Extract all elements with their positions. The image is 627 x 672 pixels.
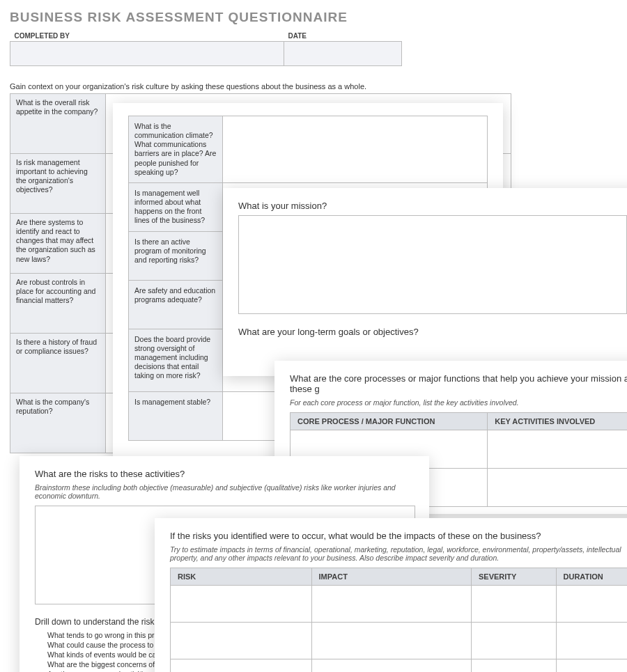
question-cell: Is management well informed about what h…: [129, 182, 223, 231]
question-cell: Is management stable?: [129, 391, 223, 440]
date-field[interactable]: [284, 42, 402, 66]
sheet-impacts: If the risks you identified were to occu…: [155, 518, 627, 672]
impact-cell[interactable]: [171, 623, 312, 659]
sheet-mission-goals: What is your mission? What are your long…: [223, 188, 627, 376]
impact-cell[interactable]: [171, 586, 312, 623]
question-cell: Is risk management important to achievin…: [10, 154, 106, 214]
core-subtitle: For each core process or major function,…: [290, 398, 627, 407]
impacts-subtitle: Try to estimate impacts in terms of fina…: [170, 545, 627, 562]
completed-by-field[interactable]: [10, 42, 284, 66]
impact-cell[interactable]: [556, 586, 627, 623]
mission-field[interactable]: [238, 215, 627, 314]
risks-title: What are the risks to these activities?: [35, 469, 414, 479]
core-cell[interactable]: [488, 469, 627, 507]
impact-cell[interactable]: [556, 659, 627, 673]
mission-title: What is your mission?: [238, 201, 626, 211]
core-header-1: CORE PROCESS / MAJOR FUNCTION: [291, 413, 488, 430]
impact-header-impact: IMPACT: [311, 568, 472, 586]
question-cell: What is the communication climate? What …: [129, 116, 223, 183]
impact-cell[interactable]: [556, 623, 627, 659]
impact-cell[interactable]: [472, 623, 557, 659]
context-line: Gain context on your organization's risk…: [10, 82, 366, 91]
impact-header-risk: RISK: [171, 568, 312, 586]
table-row: [171, 659, 628, 673]
question-cell: What is the company's reputation?: [10, 393, 106, 453]
impact-cell[interactable]: [311, 659, 472, 673]
impact-header-severity: SEVERITY: [472, 568, 557, 586]
answer-cell[interactable]: [223, 116, 488, 183]
question-cell: Is there an active program of monitoring…: [129, 231, 223, 280]
table-row: [171, 623, 628, 659]
question-cell: Does the board provide strong oversight …: [129, 329, 223, 391]
impact-cell[interactable]: [311, 623, 472, 659]
question-cell: What is the overall risk appetite in the…: [10, 94, 106, 154]
page-title: BUSINESS RISK ASSESSMENT QUESTIONNAIRE: [10, 10, 348, 25]
goals-title: What are your long-term goals or objecti…: [238, 327, 626, 337]
impact-cell[interactable]: [311, 586, 472, 623]
core-title: What are the core processes or major fun…: [290, 373, 627, 394]
table-row: [171, 586, 628, 623]
risks-subtitle: Brainstorm these including both objectiv…: [35, 483, 414, 500]
impact-cell[interactable]: [472, 586, 557, 623]
meta-table: COMPLETED BY DATE: [10, 31, 402, 66]
impact-cell[interactable]: [171, 659, 312, 673]
impact-header-duration: DURATION: [556, 568, 627, 586]
impact-cell[interactable]: [472, 659, 557, 673]
date-label: DATE: [284, 31, 402, 42]
core-header-2: KEY ACTIVITIES INVOLVED: [488, 413, 627, 430]
question-cell: Are safety and education programs adequa…: [129, 280, 223, 329]
question-cell: Are there systems to identify and react …: [10, 214, 106, 274]
core-cell[interactable]: [488, 430, 627, 469]
impacts-title: If the risks you identified were to occu…: [170, 531, 627, 541]
completed-by-label: COMPLETED BY: [10, 31, 284, 42]
impact-table: RISK IMPACT SEVERITY DURATION: [170, 568, 627, 672]
question-cell: Are robust controls in place for account…: [10, 274, 106, 334]
question-cell: Is there a history of fraud or complianc…: [10, 334, 106, 393]
